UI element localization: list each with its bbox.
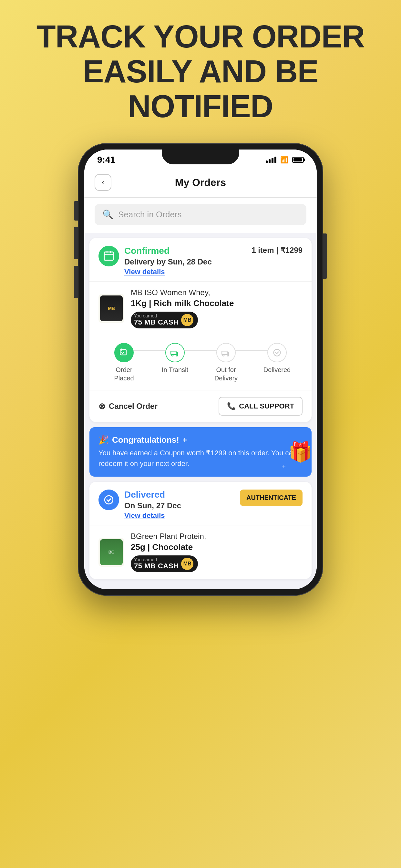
step-label-placed: OrderPlaced [114,366,134,382]
svg-point-9 [227,354,229,356]
congrats-text: You have earned a Coupon worth ₹1299 on … [98,447,303,469]
notch [162,150,239,164]
tracking-row: OrderPlaced In Transit [89,335,312,391]
cancel-order-button[interactable]: ⊗ Cancel Order [98,401,158,411]
sparkle-2: + [282,463,286,470]
status-text-group: Confirmed Delivery by Sun, 28 Dec View d… [124,246,212,276]
svg-rect-0 [104,252,113,260]
product-name-1: MB ISO Women Whey, [131,288,234,297]
svg-point-5 [172,354,174,356]
step-in-transit: In Transit [150,343,201,374]
svg-point-11 [104,496,113,504]
phone-screen: 9:41 📶 ‹ My Orders 🔍 [84,150,317,589]
step-label-transit: In Transit [162,366,188,374]
congrats-title: 🎉 Congratulations! + [98,435,303,445]
you-earned-label: You earned [134,314,179,318]
mb-cash-amount-1: 75 MB CASH [134,318,179,327]
status-text-group-2: Delivered On Sun, 27 Dec View details [124,490,181,520]
step-icon-delivered [267,343,287,362]
svg-point-6 [176,354,178,356]
signal-icon [266,157,276,163]
product-row-2: BG BGreen Plant Protein, 25g | Chocolate… [89,525,312,579]
order-status-left-2: Delivered On Sun, 27 Dec View details [98,490,181,520]
order-card-2: Delivered On Sun, 27 Dec View details AU… [89,482,312,579]
order-header-1: Confirmed Delivery by Sun, 28 Dec View d… [89,238,312,282]
step-label-delivered-1: Delivered [264,366,290,374]
status-label-1: Confirmed [124,246,212,256]
battery-icon [292,157,304,163]
app-header: ‹ My Orders [84,167,317,197]
authenticate-button[interactable]: AUTHENTICATE [240,490,303,506]
order-card-1: Confirmed Delivery by Sun, 28 Dec View d… [89,238,312,422]
step-order-placed: OrderPlaced [98,343,150,382]
mb-cash-text: You earned 75 MB CASH [134,314,179,327]
status-time: 9:41 [97,155,115,165]
order-header-2: Delivered On Sun, 27 Dec View details AU… [89,482,312,525]
delivery-date-1: Delivery by Sun, 28 Dec [124,257,212,267]
page-title: My Orders [112,177,289,189]
congrats-banner: 🎉 Congratulations! + You have earned a C… [89,427,312,476]
mb-logo-1: MB [181,314,193,326]
product-row-1: MB MB ISO Women Whey, 1Kg | Rich milk Ch… [89,282,312,335]
cancel-icon: ⊗ [98,401,105,411]
svg-point-8 [223,354,224,356]
hero-title: TRACK YOUR ORDER EASILY AND BE NOTIFIED [0,20,401,124]
step-icon-transit [165,343,185,362]
phone-icon: 📞 [227,402,236,410]
you-earned-label-2: You earned [134,557,179,562]
delivery-date-2: On Sun, 27 Dec [124,501,181,510]
product-thumbnail-1: MB [100,296,123,321]
svg-point-10 [274,349,281,356]
order-amount-1: 1 item | ₹1299 [251,246,303,255]
scroll-content: Confirmed Delivery by Sun, 28 Dec View d… [84,233,317,589]
product-image-2: BG [98,538,124,567]
product-thumbnail-2: BG [100,539,123,565]
product-variant-2: 25g | Chocolate [131,542,206,552]
view-details-link-1[interactable]: View details [124,268,212,276]
search-placeholder: Search in Orders [118,210,182,220]
phone-mockup: 9:41 📶 ‹ My Orders 🔍 [78,143,323,596]
step-delivered: Delivered [251,343,303,374]
view-details-link-2[interactable]: View details [124,512,181,520]
status-label-2: Delivered [124,490,181,500]
svg-rect-4 [171,351,176,355]
sparkle-1: + [182,436,187,445]
product-image-1: MB [98,294,124,323]
svg-rect-7 [222,351,227,355]
mb-cash-amount-2: 75 MB CASH [134,562,179,570]
product-info-1: MB ISO Women Whey, 1Kg | Rich milk Choco… [131,288,234,329]
product-info-2: BGreen Plant Protein, 25g | Chocolate Yo… [131,532,206,572]
svg-rect-2 [110,251,111,253]
back-button[interactable]: ‹ [95,174,112,191]
product-name-2: BGreen Plant Protein, [131,532,206,541]
call-support-label: CALL SUPPORT [239,402,294,410]
step-out-for-delivery: Out forDelivery [201,343,251,382]
mb-logo-2: MB [181,558,193,570]
congrats-title-text: Congratulations! [112,435,179,445]
step-icon-placed [114,343,134,362]
step-icon-delivery [216,343,236,362]
status-icons: 📶 [266,156,304,164]
search-icon: 🔍 [102,209,114,220]
svg-rect-1 [106,251,107,253]
wifi-icon: 📶 [280,156,288,164]
search-container: 🔍 Search in Orders [84,197,317,233]
gift-ribbon-icon: 🎁 [286,438,312,467]
mb-cash-badge-2: You earned 75 MB CASH MB [131,555,198,572]
call-support-button[interactable]: 📞 CALL SUPPORT [219,397,303,415]
mb-cash-text-2: You earned 75 MB CASH [134,557,179,570]
order-status-icon [98,246,119,267]
congrats-icon: 🎉 [98,435,109,445]
step-label-out-delivery: Out forDelivery [214,366,238,382]
search-bar[interactable]: 🔍 Search in Orders [95,204,306,225]
action-row: ⊗ Cancel Order 📞 CALL SUPPORT [89,391,312,422]
order-status-icon-2 [98,490,119,510]
cancel-label: Cancel Order [109,402,158,411]
order-status-left: Confirmed Delivery by Sun, 28 Dec View d… [98,246,212,276]
mb-cash-badge-1: You earned 75 MB CASH MB [131,312,198,329]
product-variant-1: 1Kg | Rich milk Chocolate [131,299,234,308]
